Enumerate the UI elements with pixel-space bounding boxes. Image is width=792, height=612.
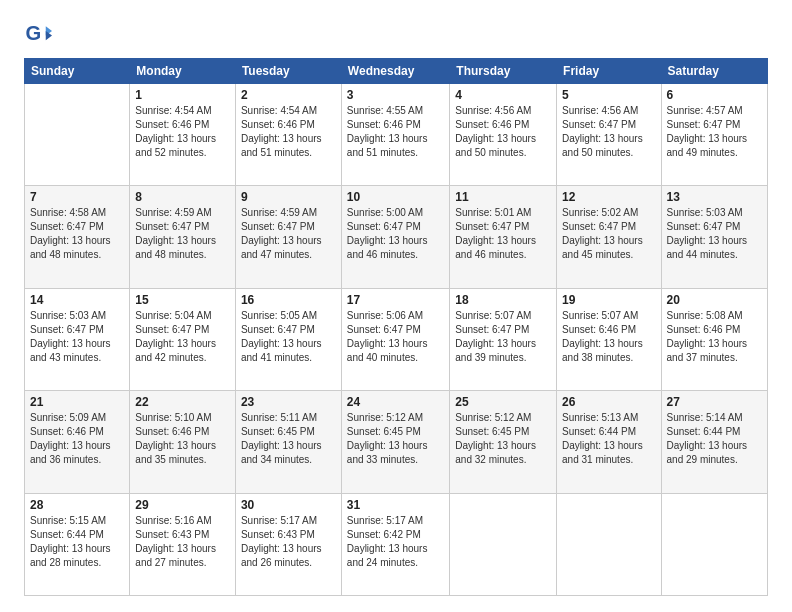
day-info: Sunrise: 5:00 AM Sunset: 6:47 PM Dayligh… — [347, 206, 444, 262]
calendar-cell: 12Sunrise: 5:02 AM Sunset: 6:47 PM Dayli… — [557, 186, 661, 288]
calendar-cell: 3Sunrise: 4:55 AM Sunset: 6:46 PM Daylig… — [341, 84, 449, 186]
calendar-cell: 15Sunrise: 5:04 AM Sunset: 6:47 PM Dayli… — [130, 288, 236, 390]
calendar-cell: 8Sunrise: 4:59 AM Sunset: 6:47 PM Daylig… — [130, 186, 236, 288]
day-info: Sunrise: 5:11 AM Sunset: 6:45 PM Dayligh… — [241, 411, 336, 467]
calendar-cell: 1Sunrise: 4:54 AM Sunset: 6:46 PM Daylig… — [130, 84, 236, 186]
logo: G — [24, 20, 54, 48]
day-info: Sunrise: 4:55 AM Sunset: 6:46 PM Dayligh… — [347, 104, 444, 160]
day-number: 25 — [455, 395, 551, 409]
weekday-header-monday: Monday — [130, 59, 236, 84]
day-number: 17 — [347, 293, 444, 307]
day-number: 28 — [30, 498, 124, 512]
day-info: Sunrise: 5:07 AM Sunset: 6:47 PM Dayligh… — [455, 309, 551, 365]
day-number: 7 — [30, 190, 124, 204]
day-info: Sunrise: 5:03 AM Sunset: 6:47 PM Dayligh… — [667, 206, 762, 262]
calendar-cell: 29Sunrise: 5:16 AM Sunset: 6:43 PM Dayli… — [130, 493, 236, 595]
calendar-cell: 16Sunrise: 5:05 AM Sunset: 6:47 PM Dayli… — [235, 288, 341, 390]
calendar-cell — [25, 84, 130, 186]
day-info: Sunrise: 4:59 AM Sunset: 6:47 PM Dayligh… — [135, 206, 230, 262]
day-number: 19 — [562, 293, 655, 307]
calendar-cell — [557, 493, 661, 595]
calendar-cell: 25Sunrise: 5:12 AM Sunset: 6:45 PM Dayli… — [450, 391, 557, 493]
day-number: 9 — [241, 190, 336, 204]
calendar-cell: 9Sunrise: 4:59 AM Sunset: 6:47 PM Daylig… — [235, 186, 341, 288]
day-info: Sunrise: 5:01 AM Sunset: 6:47 PM Dayligh… — [455, 206, 551, 262]
day-info: Sunrise: 5:09 AM Sunset: 6:46 PM Dayligh… — [30, 411, 124, 467]
day-number: 11 — [455, 190, 551, 204]
day-number: 3 — [347, 88, 444, 102]
day-number: 5 — [562, 88, 655, 102]
calendar-cell: 20Sunrise: 5:08 AM Sunset: 6:46 PM Dayli… — [661, 288, 767, 390]
weekday-header-sunday: Sunday — [25, 59, 130, 84]
calendar-cell: 31Sunrise: 5:17 AM Sunset: 6:42 PM Dayli… — [341, 493, 449, 595]
day-number: 13 — [667, 190, 762, 204]
day-info: Sunrise: 5:05 AM Sunset: 6:47 PM Dayligh… — [241, 309, 336, 365]
calendar-cell: 5Sunrise: 4:56 AM Sunset: 6:47 PM Daylig… — [557, 84, 661, 186]
calendar-cell: 14Sunrise: 5:03 AM Sunset: 6:47 PM Dayli… — [25, 288, 130, 390]
day-info: Sunrise: 5:17 AM Sunset: 6:43 PM Dayligh… — [241, 514, 336, 570]
weekday-header-wednesday: Wednesday — [341, 59, 449, 84]
day-number: 30 — [241, 498, 336, 512]
calendar-cell: 24Sunrise: 5:12 AM Sunset: 6:45 PM Dayli… — [341, 391, 449, 493]
day-info: Sunrise: 5:04 AM Sunset: 6:47 PM Dayligh… — [135, 309, 230, 365]
weekday-header-tuesday: Tuesday — [235, 59, 341, 84]
day-number: 18 — [455, 293, 551, 307]
svg-text:G: G — [26, 22, 42, 44]
day-info: Sunrise: 5:12 AM Sunset: 6:45 PM Dayligh… — [455, 411, 551, 467]
day-number: 6 — [667, 88, 762, 102]
day-info: Sunrise: 5:17 AM Sunset: 6:42 PM Dayligh… — [347, 514, 444, 570]
day-info: Sunrise: 4:56 AM Sunset: 6:46 PM Dayligh… — [455, 104, 551, 160]
day-info: Sunrise: 5:12 AM Sunset: 6:45 PM Dayligh… — [347, 411, 444, 467]
logo-icon: G — [24, 20, 52, 48]
day-number: 16 — [241, 293, 336, 307]
day-number: 29 — [135, 498, 230, 512]
day-number: 2 — [241, 88, 336, 102]
day-info: Sunrise: 5:14 AM Sunset: 6:44 PM Dayligh… — [667, 411, 762, 467]
day-info: Sunrise: 5:13 AM Sunset: 6:44 PM Dayligh… — [562, 411, 655, 467]
day-info: Sunrise: 5:03 AM Sunset: 6:47 PM Dayligh… — [30, 309, 124, 365]
day-number: 12 — [562, 190, 655, 204]
day-info: Sunrise: 4:54 AM Sunset: 6:46 PM Dayligh… — [241, 104, 336, 160]
day-number: 10 — [347, 190, 444, 204]
day-number: 24 — [347, 395, 444, 409]
calendar-cell: 6Sunrise: 4:57 AM Sunset: 6:47 PM Daylig… — [661, 84, 767, 186]
calendar-cell: 22Sunrise: 5:10 AM Sunset: 6:46 PM Dayli… — [130, 391, 236, 493]
day-number: 15 — [135, 293, 230, 307]
calendar-cell: 4Sunrise: 4:56 AM Sunset: 6:46 PM Daylig… — [450, 84, 557, 186]
day-number: 1 — [135, 88, 230, 102]
day-info: Sunrise: 5:06 AM Sunset: 6:47 PM Dayligh… — [347, 309, 444, 365]
calendar-cell: 17Sunrise: 5:06 AM Sunset: 6:47 PM Dayli… — [341, 288, 449, 390]
weekday-header-saturday: Saturday — [661, 59, 767, 84]
weekday-header-thursday: Thursday — [450, 59, 557, 84]
day-info: Sunrise: 5:16 AM Sunset: 6:43 PM Dayligh… — [135, 514, 230, 570]
calendar-cell: 7Sunrise: 4:58 AM Sunset: 6:47 PM Daylig… — [25, 186, 130, 288]
day-info: Sunrise: 5:07 AM Sunset: 6:46 PM Dayligh… — [562, 309, 655, 365]
calendar-cell: 19Sunrise: 5:07 AM Sunset: 6:46 PM Dayli… — [557, 288, 661, 390]
day-number: 14 — [30, 293, 124, 307]
calendar-cell: 21Sunrise: 5:09 AM Sunset: 6:46 PM Dayli… — [25, 391, 130, 493]
day-info: Sunrise: 4:59 AM Sunset: 6:47 PM Dayligh… — [241, 206, 336, 262]
calendar-cell: 10Sunrise: 5:00 AM Sunset: 6:47 PM Dayli… — [341, 186, 449, 288]
weekday-header-friday: Friday — [557, 59, 661, 84]
page-header: G — [24, 20, 768, 48]
day-info: Sunrise: 5:08 AM Sunset: 6:46 PM Dayligh… — [667, 309, 762, 365]
calendar-cell: 11Sunrise: 5:01 AM Sunset: 6:47 PM Dayli… — [450, 186, 557, 288]
day-info: Sunrise: 4:57 AM Sunset: 6:47 PM Dayligh… — [667, 104, 762, 160]
day-info: Sunrise: 4:54 AM Sunset: 6:46 PM Dayligh… — [135, 104, 230, 160]
day-info: Sunrise: 5:02 AM Sunset: 6:47 PM Dayligh… — [562, 206, 655, 262]
day-number: 20 — [667, 293, 762, 307]
day-number: 8 — [135, 190, 230, 204]
day-info: Sunrise: 4:56 AM Sunset: 6:47 PM Dayligh… — [562, 104, 655, 160]
day-number: 31 — [347, 498, 444, 512]
day-number: 21 — [30, 395, 124, 409]
day-info: Sunrise: 5:15 AM Sunset: 6:44 PM Dayligh… — [30, 514, 124, 570]
day-number: 26 — [562, 395, 655, 409]
day-info: Sunrise: 5:10 AM Sunset: 6:46 PM Dayligh… — [135, 411, 230, 467]
day-number: 4 — [455, 88, 551, 102]
calendar-cell: 18Sunrise: 5:07 AM Sunset: 6:47 PM Dayli… — [450, 288, 557, 390]
calendar-cell: 23Sunrise: 5:11 AM Sunset: 6:45 PM Dayli… — [235, 391, 341, 493]
calendar-cell: 30Sunrise: 5:17 AM Sunset: 6:43 PM Dayli… — [235, 493, 341, 595]
calendar-cell: 2Sunrise: 4:54 AM Sunset: 6:46 PM Daylig… — [235, 84, 341, 186]
day-number: 23 — [241, 395, 336, 409]
calendar-cell: 13Sunrise: 5:03 AM Sunset: 6:47 PM Dayli… — [661, 186, 767, 288]
